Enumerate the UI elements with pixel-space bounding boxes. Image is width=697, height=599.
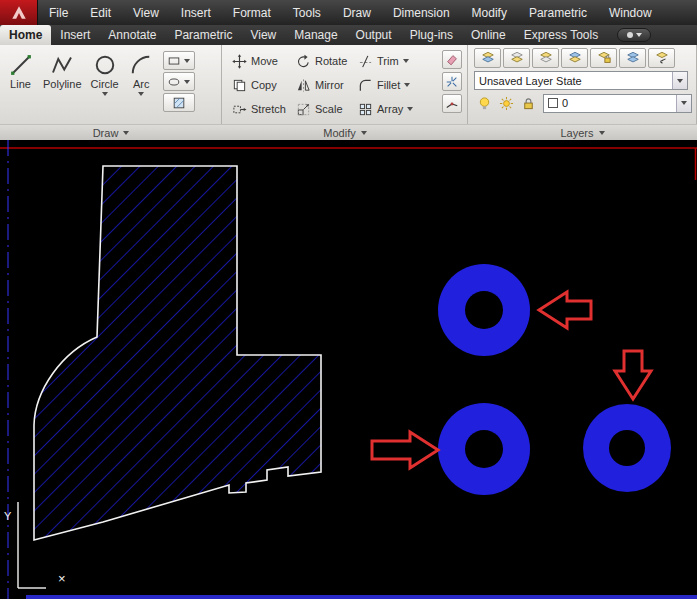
tab-insert[interactable]: Insert xyxy=(51,25,99,45)
tab-home[interactable]: Home xyxy=(0,25,51,45)
chevron-down-icon xyxy=(599,131,605,135)
layer-freeze-button[interactable] xyxy=(561,48,588,68)
layer-stack-icon xyxy=(481,51,495,65)
tab-plugins[interactable]: Plug-ins xyxy=(401,25,462,45)
stretch-label: Stretch xyxy=(251,103,286,115)
donut-3[interactable] xyxy=(583,404,671,492)
copy-button[interactable]: Copy xyxy=(228,74,292,96)
dropdown-button[interactable] xyxy=(676,95,691,112)
ellipse-button[interactable] xyxy=(163,72,195,91)
scale-button[interactable]: Scale xyxy=(292,98,354,120)
rectangle-icon xyxy=(167,54,181,68)
tab-view[interactable]: View xyxy=(241,25,285,45)
tab-manage[interactable]: Manage xyxy=(285,25,346,45)
menu-insert[interactable]: Insert xyxy=(170,0,222,25)
app-icon[interactable] xyxy=(0,0,38,25)
hatch-button[interactable] xyxy=(163,93,195,112)
rotate-label: Rotate xyxy=(315,55,347,67)
draw-extra-tools xyxy=(163,49,195,124)
arc-button[interactable]: Arc xyxy=(125,49,158,124)
menu-draw[interactable]: Draw xyxy=(332,0,382,25)
array-button[interactable]: Array xyxy=(354,98,434,120)
rotate-button[interactable]: Rotate xyxy=(292,50,354,72)
join-button[interactable] xyxy=(442,94,462,113)
menu-edit[interactable]: Edit xyxy=(79,0,122,25)
layer-match-button[interactable] xyxy=(619,48,646,68)
tab-output[interactable]: Output xyxy=(347,25,401,45)
menu-file[interactable]: File xyxy=(38,0,79,25)
arrow-left[interactable] xyxy=(539,292,591,328)
circle-label: Circle xyxy=(91,78,119,90)
move-button[interactable]: Move xyxy=(228,50,292,72)
donut-2[interactable] xyxy=(438,403,530,495)
trim-button[interactable]: Trim xyxy=(354,50,434,72)
stretch-button[interactable]: Stretch xyxy=(228,98,292,120)
trim-icon xyxy=(358,54,373,69)
modify-grid: Move Rotate Trim Copy Mirror xyxy=(228,49,434,121)
join-icon xyxy=(445,97,459,111)
layer-isolate-button[interactable] xyxy=(532,48,559,68)
drawing-canvas[interactable]: Y × xyxy=(0,140,697,599)
ribbon-options-button[interactable] xyxy=(617,28,651,42)
chevron-down-icon xyxy=(102,92,108,96)
polyline-button[interactable]: Polyline xyxy=(40,49,85,124)
rectangle-button[interactable] xyxy=(163,51,195,70)
mirror-button[interactable]: Mirror xyxy=(292,74,354,96)
layer-stack-icon xyxy=(568,51,582,65)
dropdown-button[interactable] xyxy=(672,72,687,89)
chevron-down-icon xyxy=(123,131,129,135)
layer-properties-button[interactable] xyxy=(474,48,501,68)
menu-view[interactable]: View xyxy=(122,0,170,25)
sun-icon[interactable] xyxy=(496,93,516,113)
erase-button[interactable] xyxy=(442,50,462,69)
lock-icon[interactable] xyxy=(518,93,538,113)
chevron-down-icon xyxy=(184,59,190,63)
circle-button[interactable]: Circle xyxy=(88,49,122,124)
menu-window[interactable]: Window xyxy=(598,0,663,25)
chevron-down-icon xyxy=(407,107,413,111)
draw-panel-title-label: Draw xyxy=(93,127,119,139)
erase-icon xyxy=(445,53,459,67)
hatched-part-outline[interactable] xyxy=(34,166,321,540)
scale-icon xyxy=(296,102,311,117)
line-button[interactable]: Line xyxy=(4,49,37,124)
tab-parametric[interactable]: Parametric xyxy=(165,25,241,45)
bulb-icon[interactable] xyxy=(474,93,494,113)
chevron-down-icon xyxy=(361,131,367,135)
layer-stack-icon xyxy=(510,51,524,65)
arrow-down[interactable] xyxy=(615,351,651,399)
menu-parametric[interactable]: Parametric xyxy=(518,0,598,25)
draw-panel: Line Polyline Circle Arc xyxy=(0,45,222,124)
modify-panel: Move Rotate Trim Copy Mirror xyxy=(222,45,468,124)
chevron-down-icon xyxy=(138,92,144,96)
layer-off-button[interactable] xyxy=(503,48,530,68)
tab-annotate[interactable]: Annotate xyxy=(99,25,165,45)
layer-state-dropdown[interactable]: Unsaved Layer State xyxy=(474,71,688,90)
arrow-right[interactable] xyxy=(372,432,438,468)
tab-express-tools[interactable]: Express Tools xyxy=(515,25,607,45)
command-window-edge xyxy=(26,595,697,599)
modify-panel-title[interactable]: Modify xyxy=(222,125,468,141)
donut-1[interactable] xyxy=(438,264,530,356)
draw-panel-title[interactable]: Draw xyxy=(0,125,222,141)
layers-panel-title[interactable]: Layers xyxy=(468,125,697,141)
copy-label: Copy xyxy=(251,79,277,91)
layers-panel: Unsaved Layer State 0 xyxy=(468,45,697,124)
layer-prev-button[interactable] xyxy=(648,48,675,68)
menu-format[interactable]: Format xyxy=(222,0,282,25)
menu-modify[interactable]: Modify xyxy=(461,0,518,25)
menu-dimension[interactable]: Dimension xyxy=(382,0,461,25)
layer-tools-row xyxy=(474,48,692,68)
layer-stack-icon xyxy=(626,51,640,65)
layer-dropdown[interactable]: 0 xyxy=(543,94,692,113)
explode-button[interactable] xyxy=(442,72,462,91)
drawing-svg: Y × xyxy=(0,140,697,599)
modify-panel-title-label: Modify xyxy=(323,127,355,139)
line-icon xyxy=(7,51,34,78)
menu-tools[interactable]: Tools xyxy=(282,0,332,25)
fillet-button[interactable]: Fillet xyxy=(354,74,434,96)
stretch-icon xyxy=(232,102,247,117)
layer-lock-button[interactable] xyxy=(590,48,617,68)
tab-online[interactable]: Online xyxy=(462,25,515,45)
layer-control-row: 0 xyxy=(474,93,692,113)
